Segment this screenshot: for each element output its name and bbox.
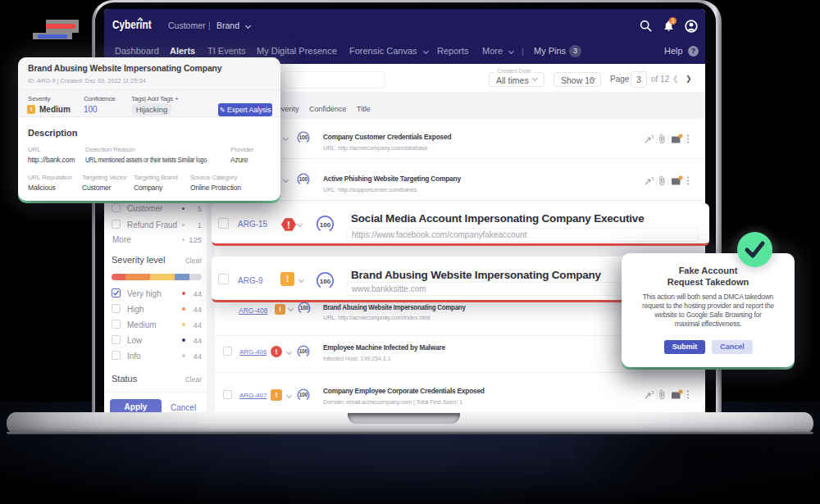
svg-text:100: 100 (299, 134, 308, 140)
svg-text:100: 100 (299, 392, 308, 397)
svg-text:5: 5 (652, 390, 654, 395)
svg-text:5: 5 (652, 134, 654, 139)
svg-text:5: 5 (652, 176, 654, 181)
svg-text:100: 100 (299, 348, 308, 354)
svg-text:!: ! (287, 220, 290, 231)
svg-text:100: 100 (320, 221, 331, 229)
svg-text:100: 100 (299, 176, 308, 182)
svg-text:100: 100 (300, 305, 309, 311)
svg-text:100: 100 (320, 278, 331, 285)
